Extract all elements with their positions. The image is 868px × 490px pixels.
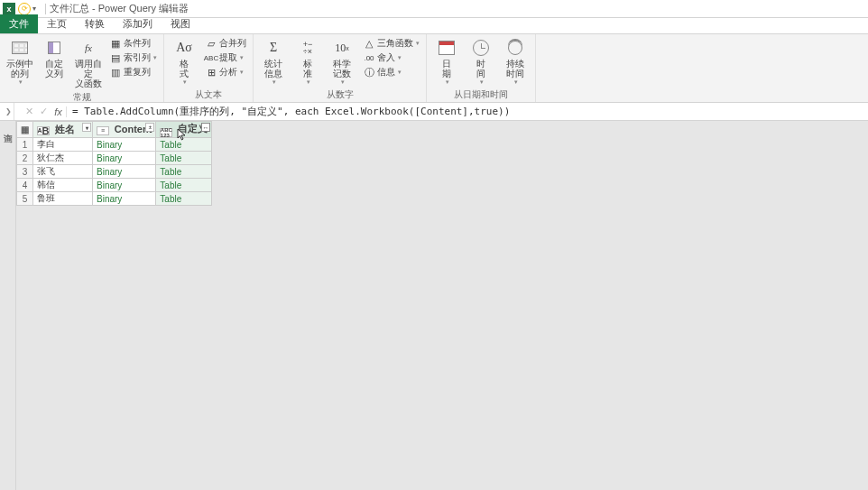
chevron-down-icon: ▾ [398, 54, 402, 61]
table-row[interactable]: 3张飞BinaryTable [17, 165, 212, 179]
chevron-down-icon: ▾ [416, 40, 420, 47]
date-button[interactable]: 日 期 ▾ [430, 36, 463, 88]
row-number[interactable]: 5 [17, 192, 33, 206]
cell-content[interactable]: Binary [93, 192, 156, 206]
row-number[interactable]: 2 [17, 152, 33, 165]
cell-name[interactable]: 鲁班 [33, 192, 93, 206]
column-header-name[interactable]: AB 姓名 ▾ [33, 122, 93, 138]
column-header-custom[interactable]: ABC123 自定义 ↔ [156, 122, 212, 138]
format-button[interactable]: Aσ 格 式 ▾ [168, 36, 200, 88]
group-number: Σ 统计 信息 ▾ +−÷× 标 准 ▾ 10x 科学 记数 ▾ △ 三角函数▾ [254, 34, 427, 102]
cell-content[interactable]: Binary [93, 152, 156, 165]
time-button[interactable]: 时 间 ▾ [465, 36, 497, 88]
format-icon: Aσ [174, 38, 194, 58]
column-header-text: 姓名 [55, 124, 75, 134]
fx-icon[interactable]: fx [51, 106, 67, 117]
cell-content[interactable]: Binary [93, 138, 156, 152]
refresh-icon[interactable]: ⟳ [18, 3, 31, 15]
calendar-icon [437, 38, 457, 58]
cell-custom[interactable]: Table [156, 179, 212, 192]
fx-icon: fx [78, 38, 98, 58]
group-general: 示例中 的列 ▾ 自定 义列 fx 调用自定 义函数 ▦ 条件列 ▤ 索引列▾ [0, 34, 164, 102]
index-column-button[interactable]: ▤ 索引列▾ [106, 51, 160, 65]
ten-x-icon: 10x [332, 38, 352, 58]
conditional-column-button[interactable]: ▦ 条件列 [106, 36, 160, 51]
cell-custom[interactable]: Table [156, 152, 212, 165]
statistics-button[interactable]: Σ 统计 信息 ▾ [257, 36, 290, 88]
ribbon: 示例中 的列 ▾ 自定 义列 fx 调用自定 义函数 ▦ 条件列 ▤ 索引列▾ [0, 34, 868, 103]
chevron-down-icon: ▾ [480, 79, 484, 86]
clock-icon [471, 38, 491, 58]
tab-transform[interactable]: 转换 [76, 14, 114, 33]
tab-file[interactable]: 文件 [0, 14, 38, 33]
extract-icon: ABC [205, 51, 217, 64]
cell-name[interactable]: 韩信 [33, 179, 93, 192]
table-row[interactable]: 1李白BinaryTable [17, 138, 212, 152]
info-icon: ⓘ [363, 66, 375, 79]
type-text-icon[interactable]: AB [37, 126, 50, 135]
tab-view[interactable]: 视图 [162, 14, 199, 33]
standard-icon: +−÷× [298, 38, 318, 58]
table-row[interactable]: 2狄仁杰BinaryTable [17, 152, 212, 165]
row-number[interactable]: 3 [17, 165, 33, 179]
type-any-icon[interactable]: ABC123 [160, 128, 172, 137]
chevron-down-icon: ▾ [446, 79, 449, 86]
table-row[interactable]: 4韩信BinaryTable [17, 179, 212, 192]
tab-home[interactable]: 主页 [38, 14, 76, 33]
cell-content[interactable]: Binary [93, 165, 156, 179]
group-label-datetime: 从日期和时间 [454, 88, 508, 103]
formula-text[interactable]: = Table.AddColumn(重排序的列, "自定义", each Exc… [72, 105, 868, 118]
ribbon-tabs: 文件 主页 转换 添加列 视图 [0, 18, 868, 34]
cancel-icon[interactable]: ✕ [22, 106, 36, 117]
data-grid[interactable]: ▦ AB 姓名 ▾ ≡ Content ± ABC123 自定义 ↔ [16, 121, 212, 206]
row-number[interactable]: 1 [17, 138, 33, 152]
invoke-function-button[interactable]: fx 调用自定 义函数 [72, 36, 105, 90]
information-button[interactable]: ⓘ 信息▾ [360, 65, 422, 79]
expand-column-icon[interactable]: ↔ [201, 123, 210, 132]
row-number[interactable]: 4 [17, 179, 33, 192]
type-binary-icon[interactable]: ≡ [97, 126, 109, 135]
qat-dropdown-icon[interactable]: ▾ [32, 5, 36, 13]
trig-icon: △ [363, 37, 375, 50]
chevron-down-icon: ▾ [240, 54, 244, 61]
filter-dropdown-icon[interactable]: ± [145, 123, 154, 132]
extract-button[interactable]: ABC 提取▾ [202, 51, 249, 65]
window-title: 文件汇总 - Power Query 编辑器 [50, 2, 189, 15]
select-all-corner[interactable]: ▦ [17, 122, 33, 138]
chevron-down-icon: ▾ [341, 79, 345, 86]
queries-pane-tab[interactable]: 查询 [0, 121, 16, 490]
cell-custom[interactable]: Table [156, 165, 212, 179]
cell-name[interactable]: 张飞 [33, 165, 93, 179]
index-icon: ▤ [109, 51, 122, 64]
standard-button[interactable]: +−÷× 标 准 ▾ [291, 36, 324, 88]
scientific-button[interactable]: 10x 科学 记数 ▾ [326, 36, 358, 88]
cell-name[interactable]: 狄仁杰 [33, 152, 93, 165]
merge-columns-button[interactable]: ▱ 合并列 [202, 36, 249, 51]
table-row[interactable]: 5鲁班BinaryTable [17, 192, 212, 206]
duration-button[interactable]: 持续 时间 ▾ [499, 36, 531, 88]
chevron-down-icon: ▾ [398, 69, 402, 76]
duplicate-icon: ▥ [109, 66, 122, 79]
cell-custom[interactable]: Table [156, 138, 212, 152]
data-grid-wrap: ▦ AB 姓名 ▾ ≡ Content ± ABC123 自定义 ↔ [16, 121, 212, 490]
tab-add-column[interactable]: 添加列 [114, 14, 162, 33]
duplicate-column-button[interactable]: ▥ 重复列 [106, 65, 160, 79]
expand-queries-icon[interactable]: ❯ [4, 103, 14, 120]
chevron-down-icon: ▾ [514, 79, 518, 86]
filter-dropdown-icon[interactable]: ▾ [82, 123, 91, 132]
column-from-examples-button[interactable]: 示例中 的列 ▾ [4, 36, 36, 88]
cell-custom[interactable]: Table [156, 192, 212, 206]
trigonometry-button[interactable]: △ 三角函数▾ [360, 36, 422, 51]
commit-icon[interactable]: ✓ [36, 106, 51, 117]
cell-name[interactable]: 李白 [33, 138, 93, 152]
merge-icon: ▱ [205, 37, 217, 50]
parse-button[interactable]: ⊞ 分析▾ [202, 65, 249, 79]
formula-bar: ❯ ✕ ✓ fx = Table.AddColumn(重排序的列, "自定义",… [0, 103, 868, 121]
group-text: Aσ 格 式 ▾ ▱ 合并列 ABC 提取▾ ⊞ 分析▾ 从文本 [164, 34, 254, 102]
column-header-content[interactable]: ≡ Content ± [93, 122, 156, 138]
cell-content[interactable]: Binary [93, 179, 156, 192]
chevron-down-icon: ▾ [240, 69, 244, 76]
custom-column-button[interactable]: 自定 义列 [38, 36, 70, 80]
rounding-button[interactable]: .00 舍入▾ [360, 51, 422, 65]
sigma-icon: Σ [263, 38, 283, 58]
